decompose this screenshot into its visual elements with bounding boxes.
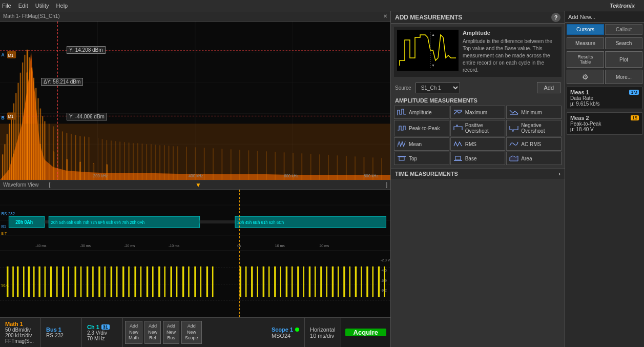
add-measurement-button[interactable]: Add [537, 82, 560, 93]
mean-icon [397, 140, 407, 148]
acquire-button[interactable]: Acquire [345, 329, 386, 336]
svg-rect-14 [11, 113, 12, 180]
meas-peak-to-peak[interactable]: Peak-to-Peak [394, 120, 449, 136]
svg-rect-206 [397, 154, 407, 162]
svg-rect-158 [212, 267, 214, 297]
callout-tab[interactable]: Callout [605, 24, 642, 35]
meas-mean[interactable]: Mean [394, 137, 449, 151]
fft-waveform-svg: 200 kHz 400 kHz 600 kHz 800 kHz A B M1 M… [0, 22, 390, 180]
meas-area[interactable]: Area [506, 152, 562, 165]
svg-rect-13 [9, 124, 10, 180]
cursor-delta-label: ΔY: 58.214 dBm [41, 78, 83, 86]
icon-button[interactable]: ⚙ [567, 70, 604, 84]
waveform-title-text: Waveform View [3, 182, 38, 188]
svg-rect-43 [111, 140, 111, 180]
svg-rect-68 [266, 151, 267, 180]
search-button[interactable]: Search [605, 37, 642, 49]
add-scope-button[interactable]: AddNewScope [181, 321, 202, 344]
svg-rect-139 [98, 267, 100, 297]
negative-overshoot-icon [509, 124, 519, 132]
svg-text:-4.6: -4.6 [381, 268, 387, 273]
help-icon[interactable]: ? [551, 13, 560, 22]
svg-rect-36 [75, 135, 76, 180]
svg-rect-146 [140, 267, 142, 297]
svg-text:B: B [2, 115, 5, 121]
plot-button[interactable]: Plot [605, 51, 642, 68]
amplitude-description: Amplitude Amplitude is the difference be… [463, 30, 558, 74]
meas-positive-overshoot[interactable]: Positive Overshoot [450, 120, 506, 136]
math1-status[interactable]: Math 1 50 dBm/div 200 kHz/div FFTmag(S..… [0, 318, 41, 347]
source-select[interactable]: S1_Ch 1 Ch 1 Ch 2 Math 1 [416, 83, 460, 93]
status-bar: Math 1 50 dBm/div 200 kHz/div FFTmag(S..… [0, 317, 390, 347]
meas-maximum[interactable]: Maximum [450, 106, 506, 119]
svg-rect-162 [257, 267, 258, 297]
meas-negative-overshoot[interactable]: Negative Overshoot [506, 120, 562, 136]
svg-rect-130 [45, 267, 46, 297]
source-label: Source [395, 85, 411, 91]
measure-search-row: Measure Search [565, 36, 644, 50]
bus1-status[interactable]: Bus 1 RS-232 [41, 318, 82, 347]
meas-base[interactable]: Base [450, 152, 506, 165]
meas-ac-rms[interactable]: AC RMS [506, 137, 562, 151]
svg-rect-174 [326, 267, 327, 297]
svg-rect-24 [33, 78, 34, 180]
svg-rect-27 [40, 108, 41, 180]
results-table-button[interactable]: ResultsTable [567, 51, 604, 68]
meas2-card: Meas 2 15 Peak-to-Peak μ: 18.40 V [567, 112, 642, 135]
source-row: Source S1_Ch 1 Ch 1 Ch 2 Math 1 Add [391, 80, 565, 95]
svg-rect-20 [25, 55, 26, 180]
meas-amplitude[interactable]: Amplitude [394, 106, 449, 119]
svg-rect-133 [62, 267, 64, 297]
cursors-tab[interactable]: Cursors [567, 24, 604, 35]
svg-text:-2.3 V: -2.3 V [381, 257, 390, 262]
math-close-button[interactable]: ✕ [383, 13, 387, 19]
menu-file[interactable]: File [2, 3, 11, 9]
svg-rect-58 [177, 146, 178, 180]
svg-text:10 ms: 10 ms [275, 243, 285, 249]
svg-rect-153 [182, 267, 184, 297]
add-ref-button[interactable]: AddNewRef [144, 321, 161, 344]
maximum-icon [453, 108, 463, 116]
add-bus-button[interactable]: AddNewBus [163, 321, 179, 344]
svg-text:M1: M1 [8, 52, 14, 58]
svg-text:0s: 0s [237, 243, 241, 249]
svg-rect-50 [142, 144, 142, 180]
ch1-badge: 31 [101, 324, 110, 330]
pulse-area: S1-1 [0, 251, 390, 317]
menu-utility[interactable]: Utility [35, 3, 49, 9]
meas-rms[interactable]: RMS [450, 137, 506, 151]
add-measurements-header: ADD MEASUREMENTS ? [391, 11, 565, 24]
svg-rect-164 [268, 267, 270, 297]
add-buttons-group: AddNewMath AddNewRef AddNewBus AddNewSco… [123, 318, 204, 347]
ch1-status[interactable]: Ch 1 31 2.3 V/div 70 MHz [82, 318, 123, 347]
cursor-top-label: Y: 14.208 dBm [67, 46, 106, 54]
svg-rect-156 [200, 267, 202, 297]
horizontal-label: Horizontal [310, 326, 336, 333]
meas2-value: μ: 18.40 V [570, 127, 639, 132]
meas1-title: Meas 1 1M [570, 89, 639, 95]
svg-rect-201 [509, 124, 519, 132]
add-math-button[interactable]: AddNewMath [125, 321, 142, 344]
svg-rect-123 [7, 267, 8, 297]
amplitude-chart: ▲ ▼ [397, 30, 459, 71]
meas-minimum[interactable]: Minimum [506, 106, 562, 119]
svg-text:▲: ▲ [431, 33, 435, 36]
svg-rect-73 [310, 154, 311, 180]
svg-rect-190 [397, 30, 459, 71]
scope1-status: Scope 1 MSO24 [266, 318, 305, 347]
amplitude-desc-text: Amplitude is the difference between the … [463, 38, 558, 74]
svg-text:RS-232: RS-232 [2, 211, 15, 216]
more-button[interactable]: More... [605, 70, 642, 84]
meas2-title: Meas 2 15 [570, 115, 639, 121]
rms-icon [453, 140, 463, 148]
time-measurements-bar[interactable]: TIME MEASUREMENTS › [391, 168, 565, 179]
measure-button[interactable]: Measure [567, 37, 604, 49]
svg-rect-12 [7, 134, 8, 180]
svg-rect-45 [120, 141, 120, 180]
menu-edit[interactable]: Edit [18, 3, 28, 9]
svg-rect-77 [346, 156, 346, 180]
svg-rect-131 [50, 267, 52, 297]
meas-top[interactable]: Top [394, 152, 449, 165]
svg-text:400 kHz: 400 kHz [189, 173, 203, 178]
menu-help[interactable]: Help [56, 3, 68, 9]
